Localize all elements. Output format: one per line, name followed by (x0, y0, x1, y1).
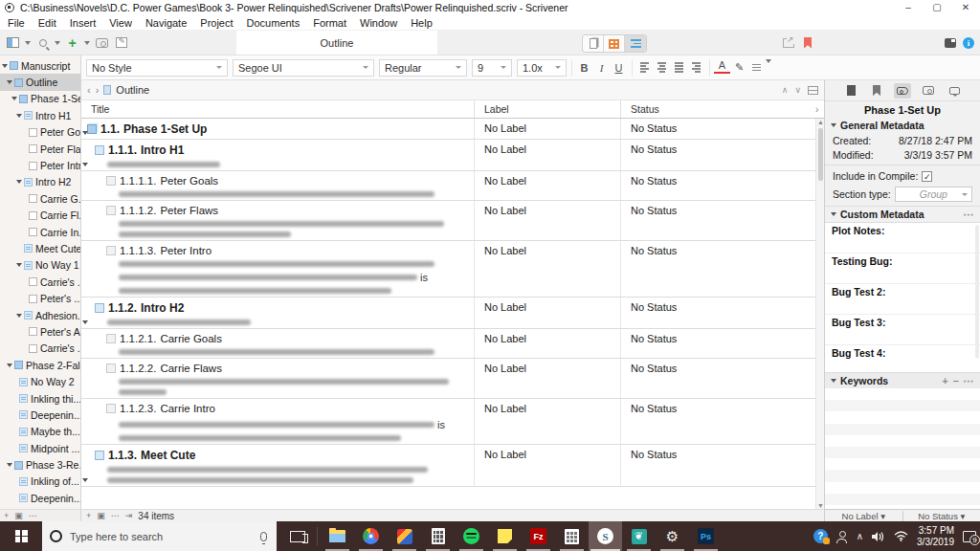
sidebar-item-inkling-thi[interactable]: Inkling thi... (0, 390, 80, 407)
scrivener-taskbar-button[interactable]: S (589, 521, 622, 551)
label-selector[interactable]: No Label ▾ (825, 511, 903, 521)
expand-chevron-icon[interactable] (16, 263, 22, 267)
keyword-remove-icon[interactable]: − (952, 375, 959, 386)
colorful-app-taskbar-button[interactable] (388, 521, 421, 551)
split-editor-icon[interactable] (808, 86, 818, 95)
task-view-taskbar-button[interactable] (280, 521, 314, 551)
snapshot-icon[interactable] (95, 36, 109, 49)
table-row[interactable]: 1.1.2.2. Carrie FlawsNo LabelNo Status (81, 359, 815, 399)
row-label-cell[interactable]: No Label (474, 201, 620, 240)
sidebar-item-carrie-s[interactable]: Carrie's ... (0, 274, 80, 290)
custom-field-input[interactable] (832, 328, 973, 344)
align-center-button[interactable] (654, 59, 670, 77)
style-dropdown[interactable]: No Style (86, 59, 228, 77)
sidebar-item-peter-s[interactable]: Peter's ... (0, 290, 80, 306)
minimize-button[interactable]: – (894, 0, 923, 15)
start-button[interactable] (0, 521, 42, 551)
volume-icon[interactable] (872, 531, 885, 542)
row-status-cell[interactable]: No Status (620, 329, 815, 358)
row-status-cell[interactable]: No Status (620, 171, 815, 200)
expand-chevron-icon[interactable] (7, 463, 12, 467)
highlight-button[interactable]: ✎ (731, 59, 747, 77)
sidebar-item-deepenin[interactable]: Deepenin... (0, 407, 80, 423)
snapshots-tab[interactable] (920, 83, 937, 99)
sidebar-item-carrie-s[interactable]: Carrie's ... (0, 341, 80, 357)
keywords-header[interactable]: Keywords + − ⋯ (825, 373, 980, 388)
people-icon[interactable] (836, 531, 848, 542)
close-button[interactable]: ✕ (951, 0, 980, 15)
sidebar-item-no-way-2[interactable]: No Way 2 (0, 373, 80, 389)
underline-button[interactable]: U (611, 59, 627, 77)
custom-field[interactable]: Bug Test 4: (825, 345, 980, 373)
menu-help[interactable]: Help (411, 17, 433, 29)
sidebar-item-phase-2-fal[interactable]: Phase 2-Fal... (0, 357, 80, 373)
menu-insert[interactable]: Insert (70, 17, 97, 29)
add-item-icon[interactable]: + (65, 36, 79, 49)
font-size-dropdown[interactable]: 9 (472, 59, 512, 77)
taskbar-search[interactable]: Type here to search (42, 521, 277, 551)
bookmarks-tab[interactable] (868, 83, 885, 99)
expand-chevron-icon[interactable] (7, 80, 12, 84)
include-in-compile-checkbox[interactable]: ✓ (922, 171, 932, 182)
expand-chevron-icon[interactable] (2, 64, 8, 68)
editor-add-icon[interactable]: + (86, 511, 91, 520)
sidebar-item-meet-cute[interactable]: Meet Cute (0, 240, 80, 256)
row-status-cell[interactable]: No Status (620, 201, 815, 240)
corkboard-view-button[interactable] (604, 35, 625, 52)
add-item-caret-icon[interactable] (84, 41, 90, 45)
custom-field-input[interactable] (832, 267, 973, 283)
row-status-cell[interactable]: No Status (620, 241, 815, 297)
general-metadata-header[interactable]: General Metadata (825, 118, 980, 133)
row-label-cell[interactable]: No Label (474, 359, 620, 398)
text-color-button[interactable]: A (714, 59, 730, 74)
sidebar-item-peter-intro[interactable]: Peter Intro (0, 157, 80, 173)
sidebar-item-peter-s-a[interactable]: Peter's A... (0, 323, 80, 340)
row-status-cell[interactable]: No Status (620, 140, 815, 170)
row-status-cell[interactable]: No Status (620, 445, 815, 486)
notes-tab[interactable] (842, 83, 859, 99)
menu-file[interactable]: File (8, 17, 25, 29)
sidebar-item-carrie-fl[interactable]: Carrie Fl... (0, 208, 80, 224)
align-right-button[interactable] (671, 59, 687, 77)
row-label-cell[interactable]: No Label (474, 298, 620, 328)
info-icon[interactable]: i (963, 37, 974, 49)
expand-chevron-icon[interactable] (82, 478, 88, 482)
list-button[interactable] (748, 59, 765, 77)
outline-scrollbar[interactable]: ▲ ▼ (815, 119, 824, 509)
editor-doc-icon[interactable]: ▣ (97, 511, 105, 520)
table-row[interactable]: 1.1.1.1. Peter GoalsNo LabelNo Status (81, 171, 815, 201)
row-label-cell[interactable]: No Label (474, 329, 620, 358)
list-caret-icon[interactable] (766, 59, 771, 63)
document-view-button[interactable] (583, 35, 604, 52)
menu-documents[interactable]: Documents (247, 17, 301, 29)
binder-add-icon[interactable]: + (4, 511, 9, 520)
row-label-cell[interactable]: No Label (474, 445, 620, 486)
custom-metadata-header[interactable]: Custom Metadata ⋯ (825, 206, 980, 222)
custom-metadata-scrollbar[interactable] (975, 225, 979, 359)
keywords-list[interactable] (825, 388, 980, 509)
file-explorer-taskbar-button[interactable] (321, 521, 354, 551)
sidebar-item-carrie-g[interactable]: Carrie G... (0, 190, 80, 207)
sidebar-item-manuscript[interactable]: Manuscript (0, 57, 80, 74)
outline-view-button[interactable] (625, 35, 646, 52)
editor-header-title[interactable]: Outline (116, 84, 149, 96)
binder-more-icon[interactable]: ⋯ (29, 511, 37, 520)
sidebar-item-inkling-of[interactable]: Inkling of... (0, 474, 80, 490)
table-row[interactable]: 1.1.2.1. Carrie GoalsNo LabelNo Status (81, 329, 815, 359)
more-columns-icon[interactable]: › (815, 104, 824, 115)
scrollbar-thumb[interactable] (818, 128, 823, 181)
filezilla-taskbar-button[interactable]: Fz (522, 521, 555, 551)
sidebar-item-carrie-in[interactable]: Carrie In... (0, 224, 80, 240)
compose-icon[interactable] (114, 36, 128, 49)
expand-chevron-icon[interactable] (11, 97, 17, 100)
sidebar-item-phase-3-re[interactable]: Phase 3-Re... (0, 456, 80, 473)
editor-tab-outline[interactable]: Outline (236, 31, 437, 55)
binder-toggle-icon[interactable] (6, 36, 20, 49)
sidebar-item-intro-h1[interactable]: Intro H1 (0, 107, 80, 123)
menu-view[interactable]: View (109, 17, 132, 29)
calendar-taskbar-button[interactable] (555, 521, 589, 551)
scroll-up-icon[interactable]: ▲ (817, 119, 824, 125)
back-icon[interactable]: ‹ (87, 84, 91, 96)
row-label-cell[interactable]: No Label (474, 399, 620, 444)
bold-button[interactable]: B (576, 59, 592, 77)
